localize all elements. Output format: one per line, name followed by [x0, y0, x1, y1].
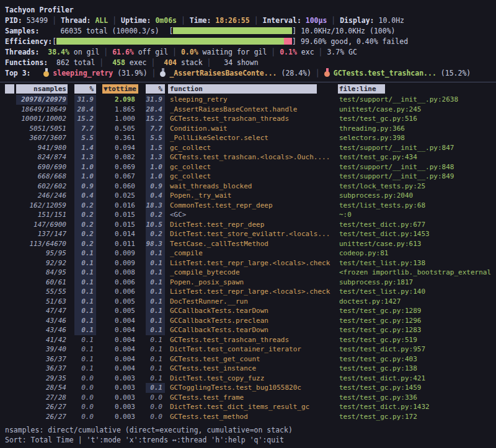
- cell-nsamples: 941/980: [16, 143, 68, 153]
- cell-pct-cumulative: 18.3: [146, 201, 165, 211]
- status-value: 18:26:55: [211, 16, 249, 25]
- cell-function: GCTests.test_trashcan_threads: [168, 335, 317, 345]
- cell-function: GCCallbackTests.preclean: [168, 316, 317, 326]
- cell-nsamples: 151/151: [16, 210, 68, 220]
- cell-function: ListTest.test_repr_large.<locals>.check: [168, 258, 317, 268]
- divider: [0, 82, 496, 82]
- table-row[interactable]: 147/6900 0.2 0.015 10.5 DictTest.test_re…: [5, 220, 496, 230]
- table-row[interactable]: 3607/3607 5.5 0.361 5.5 _PollLikeSelecto…: [5, 133, 496, 143]
- cell-tottime: 0.505: [96, 124, 138, 134]
- cell-pct-cumulative: 0.1: [146, 258, 165, 268]
- table-row[interactable]: 824/874 1.3 0.082 1.3 GCTests.test_trash…: [5, 152, 496, 162]
- cell-nsamples: 246/246: [16, 191, 68, 201]
- cell-pct-cumulative: 0.1: [146, 325, 165, 335]
- table-row[interactable]: 47/47 0.1 0.005 0.1 GCCallbackTests.tear…: [5, 306, 496, 316]
- cell-nsamples: 26/27: [16, 412, 68, 422]
- table-row[interactable]: 43/46 0.1 0.004 0.1 GCCallbackTests.prec…: [5, 316, 496, 326]
- status-label: Display:: [340, 16, 374, 25]
- cell-function: GCTests.test_frame: [168, 393, 317, 403]
- header-function[interactable]: function: [168, 84, 317, 94]
- table-row[interactable]: 39/40 0.1 0.004 0.1 DictTest.test_contai…: [5, 345, 496, 354]
- cell-pct-tottime: 0.1: [74, 258, 96, 268]
- header-icon-column[interactable]: [5, 84, 14, 94]
- cell-pct-tottime: 0.2: [74, 239, 96, 249]
- cell-pct-tottime: 0.1: [74, 306, 96, 316]
- table-row[interactable]: 668/668 1.0 0.067 1.0 gc_collect test/su…: [5, 172, 496, 182]
- functions-count-label: exec: [125, 58, 147, 67]
- table-row[interactable]: 18649/18649 28.4 1.865 28.4 _AssertRaise…: [5, 105, 496, 115]
- table-row[interactable]: 55/55 0.1 0.006 0.1 ListTest.test_repr_l…: [5, 287, 496, 297]
- separator: │: [168, 48, 181, 56]
- table-row[interactable]: 26/27 0.0 0.003 0.0 GCTests.test_method …: [5, 412, 496, 422]
- table-row[interactable]: 43/46 0.1 0.004 0.1 GCCallbackTests.tear…: [5, 325, 496, 335]
- table-row[interactable]: 941/980 1.4 0.094 1.5 gc_collect test/su…: [5, 143, 496, 153]
- cell-pct-cumulative: 1.3: [146, 152, 165, 162]
- cell-tottime: 0.060: [96, 182, 138, 191]
- cell-nsamples: 41/42: [16, 335, 68, 345]
- cell-function: gc_collect: [168, 172, 317, 182]
- efficiency-line: Efficiency:[] 99.60% good, 0.40% failed: [5, 37, 496, 47]
- table-row[interactable]: 5051/5051 7.7 0.505 7.7 Condition.wait t…: [5, 124, 496, 134]
- efficiency-summary: 99.60% good, 0.40% failed: [296, 37, 408, 46]
- top3-label: Top 3:: [5, 69, 31, 77]
- cell-tottime: 0.004: [96, 354, 138, 364]
- cell-file-line: test/test_dict.py:1453: [338, 229, 496, 239]
- cell-tottime: 0.015: [96, 220, 138, 230]
- cell-nsamples: 43/46: [16, 316, 68, 326]
- separator: │: [148, 69, 161, 77]
- cell-function: _compile_bytecode: [168, 268, 317, 278]
- cell-pct-cumulative: 5.5: [146, 133, 165, 143]
- table-row[interactable]: 20978/20979 31.9 2.098 31.9 sleeping_ret…: [5, 95, 496, 105]
- header-nsamples[interactable]: nsamples: [16, 84, 68, 94]
- cell-pct-cumulative: 0.1: [146, 278, 165, 288]
- table-row[interactable]: 60/61 0.1 0.006 0.1 Popen._posix_spawn s…: [5, 278, 496, 288]
- table-row[interactable]: 162/12059 0.2 0.016 18.3 CommonTest.test…: [5, 201, 496, 211]
- cell-tottime: 0.004: [96, 335, 138, 345]
- table-row[interactable]: 84/95 0.1 0.008 0.1 _compile_bytecode <f…: [5, 268, 496, 278]
- separator: │: [147, 58, 164, 67]
- status-value: 100µs: [301, 16, 327, 25]
- cell-file-line: test/test_gc.py:138: [338, 364, 496, 374]
- table-row[interactable]: 51/63 0.1 0.005 0.1 DocTestRunner.__run …: [5, 297, 496, 307]
- table-row[interactable]: 36/37 0.1 0.004 0.1 GCTests.test_get_cou…: [5, 354, 496, 364]
- table-row[interactable]: 95/95 0.1 0.009 0.1 _compile codeop.py:8…: [5, 248, 496, 258]
- cell-tottime: 0.082: [96, 152, 138, 162]
- header-tottime-sorted[interactable]: ▼tottime: [102, 84, 138, 94]
- cell-file-line: test/support/__init__.py:848: [338, 162, 496, 172]
- cell-function: ListTest.test_repr_large.<locals>.check: [168, 287, 317, 297]
- footer-note: nsamples: direct/cumulative (direct=exec…: [5, 426, 496, 436]
- functions-count: 862: [56, 58, 69, 67]
- table-row[interactable]: 10001/10002 15.2 1.000 15.2 GCTests.test…: [5, 114, 496, 124]
- cell-nsamples: 10001/10002: [16, 114, 68, 124]
- table-row[interactable]: 246/246 0.4 0.025 0.4 Popen._try_wait su…: [5, 191, 496, 201]
- header-pct-cumulative[interactable]: %: [146, 84, 165, 94]
- cell-tottime: 0.003: [96, 393, 138, 403]
- cell-function: <GC>: [168, 210, 317, 220]
- cell-function: DictTest.test_dict_items_result_gc: [168, 402, 317, 412]
- table-row[interactable]: 92/92 0.1 0.009 0.1 ListTest.test_repr_l…: [5, 258, 496, 268]
- table-row[interactable]: 28/54 0.0 0.003 0.1 GCTogglingTests.test…: [5, 383, 496, 393]
- cell-pct-tottime: 0.1: [74, 248, 96, 258]
- table-row[interactable]: 602/602 0.9 0.060 0.9 wait_threads_block…: [5, 182, 496, 191]
- cell-file-line: test/test_dict.py:421: [338, 374, 496, 384]
- table-row[interactable]: 137/147 0.2 0.014 0.2 DictTest.test_stor…: [5, 229, 496, 239]
- table-row[interactable]: 113/64670 0.2 0.011 98.3 TestCase._callT…: [5, 239, 496, 249]
- cell-nsamples: 162/12059: [16, 201, 68, 211]
- table-row[interactable]: 151/151 0.2 0.015 0.2 <GC> ~:0: [5, 210, 496, 220]
- table-row[interactable]: 690/690 1.0 0.069 1.0 gc_collect test/su…: [5, 162, 496, 172]
- cell-pct-tottime: 0.0: [74, 393, 96, 403]
- cell-pct-tottime: 1.0: [74, 162, 96, 172]
- status-label: Uptime:: [121, 16, 151, 25]
- header-file-line[interactable]: file:line: [338, 84, 385, 94]
- table-row[interactable]: 36/37 0.1 0.004 0.1 GCTests.test_instanc…: [5, 364, 496, 374]
- cell-pct-cumulative: 0.1: [146, 316, 165, 326]
- table-row[interactable]: 29/35 0.0 0.003 0.1 DictTest.test_copy_f…: [5, 374, 496, 384]
- cell-pct-tottime: 0.0: [74, 402, 96, 412]
- table-row[interactable]: 26/27 0.0 0.003 0.0 DictTest.test_dict_i…: [5, 402, 496, 412]
- cell-nsamples: 39/40: [16, 345, 68, 354]
- table-row[interactable]: 27/28 0.0 0.003 0.0 GCTests.test_frame t…: [5, 393, 496, 403]
- cell-nsamples: 5051/5051: [16, 124, 68, 134]
- table-row[interactable]: 41/42 0.1 0.004 0.1 GCTests.test_trashca…: [5, 335, 496, 345]
- functions-count-label: total: [69, 58, 95, 67]
- header-pct-tottime[interactable]: %: [74, 84, 96, 94]
